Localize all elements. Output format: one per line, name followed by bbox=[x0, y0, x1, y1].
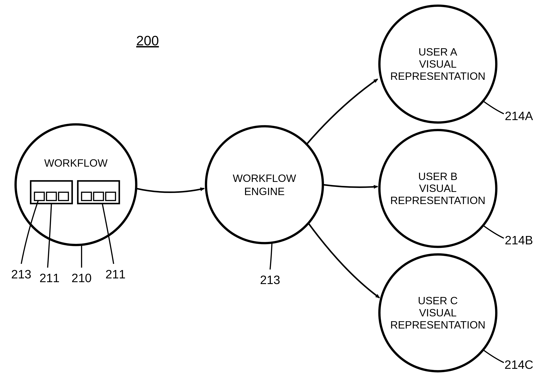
userB-l3: REPRESENTATION bbox=[390, 195, 485, 206]
node-userA: USER A VISUAL REPRESENTATION bbox=[379, 6, 496, 122]
svg-rect-8 bbox=[106, 192, 115, 200]
ref-userB: 214B bbox=[505, 233, 533, 247]
lead-userB bbox=[483, 225, 504, 238]
workflow-box-left bbox=[31, 181, 72, 203]
ref-userA: 214A bbox=[505, 109, 533, 123]
svg-rect-6 bbox=[82, 192, 91, 200]
userC-l2: VISUAL bbox=[419, 307, 457, 319]
userA-l3: REPRESENTATION bbox=[390, 70, 485, 82]
ref-box-left-211: 211 bbox=[39, 271, 60, 285]
userA-l2: VISUAL bbox=[419, 58, 457, 70]
ref-userC: 214C bbox=[504, 358, 533, 371]
lead-userC bbox=[483, 350, 504, 363]
ref-workflow-210: 210 bbox=[71, 271, 92, 285]
ref-cell-213: 213 bbox=[11, 268, 31, 281]
node-engine: WORKFLOW ENGINE bbox=[206, 126, 323, 243]
node-userC: USER C VISUAL REPRESENTATION bbox=[379, 254, 496, 371]
userB-l1: USER B bbox=[418, 170, 457, 182]
node-userB: USER B VISUAL REPRESENTATION bbox=[379, 130, 496, 247]
userA-l1: USER A bbox=[419, 46, 457, 58]
arrow-workflow-to-engine bbox=[136, 188, 204, 192]
svg-rect-4 bbox=[58, 192, 68, 200]
engine-label-1: WORKFLOW bbox=[233, 172, 296, 184]
svg-point-9 bbox=[206, 126, 323, 243]
svg-rect-7 bbox=[93, 192, 103, 200]
userC-l1: USER C bbox=[418, 295, 458, 307]
engine-label-2: ENGINE bbox=[244, 186, 285, 197]
arrow-engine-to-userA bbox=[306, 79, 377, 145]
lead-userA bbox=[483, 101, 504, 114]
figure-number: 200 bbox=[136, 33, 159, 48]
node-workflow: WORKFLOW bbox=[16, 124, 136, 245]
svg-rect-3 bbox=[47, 192, 56, 200]
arrow-engine-to-userC bbox=[308, 223, 379, 298]
lead-engine-213 bbox=[270, 243, 272, 269]
ref-box-right-211: 211 bbox=[105, 268, 126, 281]
svg-rect-2 bbox=[35, 192, 44, 200]
arrow-engine-to-userB bbox=[323, 185, 378, 187]
userB-l2: VISUAL bbox=[419, 182, 457, 194]
userC-l3: REPRESENTATION bbox=[390, 319, 485, 331]
workflow-box-right bbox=[78, 181, 119, 203]
ref-engine-213: 213 bbox=[260, 273, 280, 287]
workflow-label: WORKFLOW bbox=[44, 157, 108, 169]
